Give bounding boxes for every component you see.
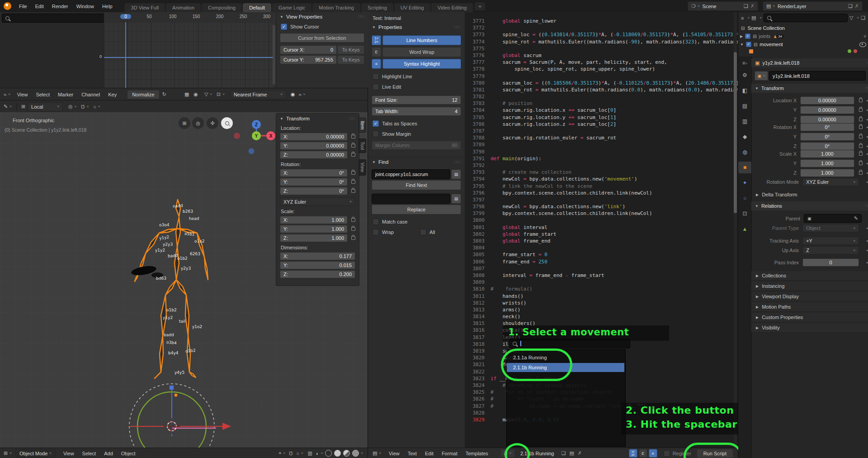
value-slider[interactable]: Z:1.000 bbox=[280, 234, 348, 242]
replace-datablock-icon[interactable]: ▤ bbox=[451, 194, 461, 204]
menu-text[interactable]: Text bbox=[404, 451, 421, 456]
highlight-line-checkbox[interactable] bbox=[373, 73, 379, 80]
match-case-checkbox[interactable] bbox=[373, 219, 379, 225]
header-line-numbers-icon[interactable]: 1≡2≡ bbox=[629, 449, 637, 458]
text-editor-type-button[interactable]: ▤ bbox=[373, 450, 377, 456]
code-line[interactable]: 3784 sacrum.rig.location.x += sacrum_loc… bbox=[465, 107, 738, 114]
menu-help[interactable]: Help bbox=[98, 4, 117, 9]
menu-render[interactable]: Render bbox=[48, 4, 72, 9]
shading-material-icon[interactable] bbox=[343, 450, 350, 457]
xray-toggle-icon[interactable]: ▥ bbox=[308, 450, 312, 456]
cursor-y-field[interactable]: Cursor Y:957.255 bbox=[280, 55, 337, 64]
close-layer-icon[interactable]: ✗ bbox=[855, 3, 859, 9]
proportional-edit-icon[interactable]: ◉ bbox=[291, 91, 295, 97]
collapse-icon[interactable]: ▼ bbox=[740, 43, 744, 47]
code-line[interactable]: 3798 newCol = bpy.data.collections.new('… bbox=[465, 203, 738, 210]
joints-restrict-icon[interactable]: ˅ bbox=[863, 34, 866, 39]
filter-funnel-icon[interactable]: ▽ bbox=[204, 91, 208, 97]
lock-icon[interactable] bbox=[859, 171, 863, 175]
code-line[interactable]: 3779 bbox=[465, 73, 738, 80]
close-scene-icon[interactable]: ✗ bbox=[750, 3, 755, 9]
object-transform-header[interactable]: ▼Transform ∷∷ bbox=[751, 84, 868, 93]
lock-icon[interactable] bbox=[859, 152, 863, 156]
lock-icon[interactable] bbox=[859, 99, 863, 102]
panel-instancing[interactable]: ▶Instancing bbox=[751, 281, 868, 291]
code-line[interactable]: 3805 frame_start = 0 bbox=[465, 251, 738, 258]
graph-scrollbar[interactable] bbox=[273, 25, 275, 85]
relations-header[interactable]: ▼Relations ∷∷ bbox=[751, 201, 868, 210]
transform-panel-header[interactable]: ▼Transform ∷∷ bbox=[276, 114, 359, 124]
cursor-from-selection-button[interactable]: Cursor from Selection bbox=[280, 33, 364, 43]
tab-render[interactable]: ◧ bbox=[738, 85, 751, 96]
animate-dot[interactable]: • bbox=[866, 134, 868, 139]
mode-dropdown[interactable]: Object Mode˅ bbox=[15, 449, 56, 458]
code-line[interactable]: 3788 sacrum.rig.rotation_euler = sacrum_… bbox=[465, 134, 738, 141]
overlays-icon[interactable]: ◐ bbox=[316, 451, 319, 456]
menu-select[interactable]: Select bbox=[32, 92, 54, 97]
curve-falloff-icon[interactable]: ≈ bbox=[299, 92, 302, 97]
shading-solid-icon[interactable] bbox=[334, 450, 341, 457]
eyedropper-icon[interactable]: ✎ bbox=[854, 215, 858, 221]
code-scrollbar-thumb[interactable] bbox=[734, 52, 737, 213]
value-slider[interactable]: X:0.177 bbox=[280, 252, 355, 260]
lock-icon[interactable] bbox=[351, 218, 355, 222]
menu-view[interactable]: View bbox=[385, 451, 404, 456]
panel-grip-icon[interactable]: ∷∷ bbox=[359, 14, 364, 19]
graph-playhead-line[interactable] bbox=[125, 22, 126, 88]
graph-editor-type-button[interactable]: ≈ bbox=[4, 92, 6, 97]
code-line[interactable]: 3809 bbox=[465, 279, 738, 286]
graph-grid[interactable] bbox=[104, 22, 273, 88]
panel-visibility[interactable]: ▶Visibility bbox=[751, 323, 868, 333]
panel-motion-paths[interactable]: ▶Motion Paths bbox=[751, 302, 868, 312]
value-slider[interactable]: Z:0° bbox=[280, 187, 348, 195]
menu-templates[interactable]: Templates bbox=[462, 451, 492, 456]
menu-marker[interactable]: Marker bbox=[54, 92, 77, 97]
word-wrap-toggle[interactable]: Word Wrap bbox=[382, 47, 461, 57]
code-line[interactable]: 3790 bbox=[465, 148, 738, 155]
tab-view-layer[interactable]: ▥ bbox=[738, 115, 751, 127]
value-slider[interactable]: 0° bbox=[800, 133, 854, 141]
animate-dot[interactable]: • bbox=[866, 98, 868, 103]
outliner-row-scene-collection[interactable]: ⊟ Scene Collection bbox=[738, 24, 868, 32]
up-axis-dropdown[interactable]: Z˅ bbox=[802, 246, 859, 254]
syntax-highlight-icon[interactable]: ≡ bbox=[372, 59, 381, 69]
value-slider[interactable]: 1.000 bbox=[800, 159, 854, 167]
tabs-as-spaces-checkbox[interactable]: ✓ bbox=[373, 120, 379, 127]
live-edit-checkbox[interactable] bbox=[373, 84, 379, 90]
viewport-editor-type-button[interactable]: ⊞ bbox=[4, 450, 8, 456]
value-slider[interactable]: Y:0° bbox=[280, 178, 348, 186]
value-slider[interactable]: 0° bbox=[800, 142, 854, 150]
value-slider[interactable]: Z:0.00000 bbox=[280, 151, 348, 159]
ghost-curves-icon[interactable]: ▦ bbox=[184, 91, 189, 97]
value-slider[interactable]: Z:0.200 bbox=[280, 270, 355, 278]
value-slider[interactable]: 0.00000 bbox=[800, 106, 854, 114]
value-slider[interactable]: 0.00000 bbox=[800, 115, 854, 124]
animate-dot[interactable]: • bbox=[866, 143, 868, 149]
show-errors-icon[interactable]: ◉ bbox=[193, 91, 198, 97]
code-line[interactable]: 3777 sacrum = Sacrum(P, A, move, part, h… bbox=[465, 59, 738, 66]
code-line[interactable]: 3808 interval = frame_end - frame_start bbox=[465, 272, 738, 279]
lock-icon[interactable] bbox=[351, 153, 355, 157]
menu-channel[interactable]: Channel bbox=[77, 92, 104, 97]
text-properties-header[interactable]: ▼Properties ∷∷ bbox=[368, 23, 465, 32]
code-line[interactable]: 3804 bbox=[465, 244, 738, 251]
visibility-eye-icon[interactable] bbox=[859, 42, 866, 47]
lock-icon[interactable] bbox=[351, 189, 355, 193]
shading-wireframe-icon[interactable] bbox=[325, 450, 332, 457]
lock-icon[interactable] bbox=[859, 135, 863, 138]
code-line[interactable]: 3794 newCol = bpy.data.collections.new('… bbox=[465, 176, 738, 182]
animate-dot[interactable]: • bbox=[866, 124, 868, 130]
object-name-field[interactable]: y1y2.link.left.018 bbox=[769, 71, 866, 81]
animate-dot[interactable]: • bbox=[866, 170, 868, 176]
animate-dot[interactable]: • bbox=[866, 107, 868, 113]
menu-file[interactable]: File bbox=[15, 4, 31, 9]
lock-icon[interactable] bbox=[351, 236, 355, 240]
menu-key[interactable]: Key bbox=[104, 92, 121, 97]
replace-input[interactable] bbox=[372, 194, 450, 204]
outliner-row-movement[interactable]: ▼ ✓ ⊟ movement bbox=[738, 40, 868, 48]
lock-icon[interactable] bbox=[859, 125, 863, 129]
code-line[interactable]: 3812 wrists() bbox=[465, 300, 738, 306]
tab-object-data[interactable]: ▲ bbox=[738, 223, 751, 235]
register-checkbox[interactable] bbox=[664, 450, 670, 457]
header-syntax-icon[interactable]: ≡ bbox=[649, 449, 657, 458]
